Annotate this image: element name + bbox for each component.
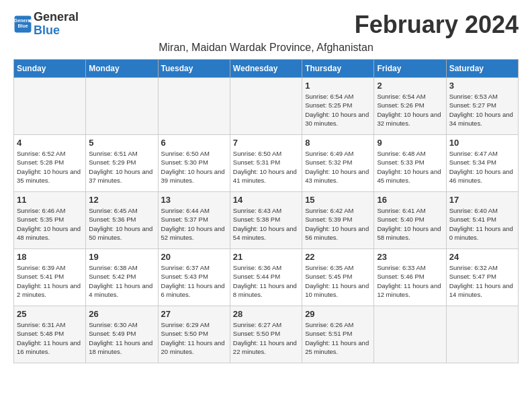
day-detail: Sunrise: 6:43 AMSunset: 5:38 PMDaylight:… bbox=[233, 206, 299, 242]
calendar-cell: 26Sunrise: 6:30 AMSunset: 5:49 PMDayligh… bbox=[86, 306, 158, 363]
calendar-cell: 22Sunrise: 6:35 AMSunset: 5:45 PMDayligh… bbox=[302, 249, 374, 306]
calendar-cell: 27Sunrise: 6:29 AMSunset: 5:50 PMDayligh… bbox=[158, 306, 230, 363]
calendar-cell: 24Sunrise: 6:32 AMSunset: 5:47 PMDayligh… bbox=[446, 249, 518, 306]
calendar-cell: 7Sunrise: 6:50 AMSunset: 5:31 PMDaylight… bbox=[230, 135, 302, 192]
day-detail: Sunrise: 6:41 AMSunset: 5:40 PMDaylight:… bbox=[377, 206, 443, 242]
weekday-header-sunday: Sunday bbox=[14, 60, 86, 78]
day-detail: Sunrise: 6:37 AMSunset: 5:43 PMDaylight:… bbox=[161, 263, 227, 299]
day-detail: Sunrise: 6:33 AMSunset: 5:46 PMDaylight:… bbox=[377, 263, 443, 299]
day-detail: Sunrise: 6:51 AMSunset: 5:29 PMDaylight:… bbox=[89, 149, 154, 185]
weekday-header-thursday: Thursday bbox=[302, 60, 374, 78]
day-detail: Sunrise: 6:46 AMSunset: 5:35 PMDaylight:… bbox=[17, 206, 83, 242]
day-detail: Sunrise: 6:39 AMSunset: 5:41 PMDaylight:… bbox=[17, 263, 83, 299]
day-number: 17 bbox=[449, 195, 515, 205]
calendar-cell: 9Sunrise: 6:48 AMSunset: 5:33 PMDaylight… bbox=[374, 135, 446, 192]
day-detail: Sunrise: 6:38 AMSunset: 5:42 PMDaylight:… bbox=[89, 263, 154, 299]
day-number: 15 bbox=[305, 195, 371, 205]
calendar-cell bbox=[230, 78, 302, 135]
day-number: 22 bbox=[305, 252, 371, 262]
day-number: 7 bbox=[233, 138, 299, 148]
day-number: 12 bbox=[89, 195, 154, 205]
calendar-cell: 2Sunrise: 6:54 AMSunset: 5:26 PMDaylight… bbox=[374, 78, 446, 135]
day-number: 6 bbox=[161, 138, 227, 148]
page-header: General Blue General Blue February 2024 bbox=[13, 11, 519, 39]
day-number: 11 bbox=[17, 195, 83, 205]
day-number: 21 bbox=[233, 252, 299, 262]
weekday-header-tuesday: Tuesday bbox=[158, 60, 230, 78]
day-detail: Sunrise: 6:50 AMSunset: 5:31 PMDaylight:… bbox=[233, 149, 299, 185]
day-detail: Sunrise: 6:27 AMSunset: 5:50 PMDaylight:… bbox=[233, 320, 299, 356]
subtitle: Miran, Maidan Wardak Province, Afghanist… bbox=[13, 42, 519, 54]
calendar-cell: 8Sunrise: 6:49 AMSunset: 5:32 PMDaylight… bbox=[302, 135, 374, 192]
day-number: 19 bbox=[89, 252, 154, 262]
day-number: 4 bbox=[17, 138, 83, 148]
day-number: 16 bbox=[377, 195, 443, 205]
calendar-cell bbox=[158, 78, 230, 135]
weekday-header-friday: Friday bbox=[374, 60, 446, 78]
day-detail: Sunrise: 6:50 AMSunset: 5:30 PMDaylight:… bbox=[161, 149, 227, 185]
calendar-cell bbox=[86, 78, 158, 135]
day-number: 26 bbox=[89, 309, 154, 319]
day-detail: Sunrise: 6:36 AMSunset: 5:44 PMDaylight:… bbox=[233, 263, 299, 299]
logo-text-general: General bbox=[34, 11, 79, 24]
day-number: 13 bbox=[161, 195, 227, 205]
calendar-cell: 1Sunrise: 6:54 AMSunset: 5:25 PMDaylight… bbox=[302, 78, 374, 135]
calendar-cell: 19Sunrise: 6:38 AMSunset: 5:42 PMDayligh… bbox=[86, 249, 158, 306]
calendar-cell: 14Sunrise: 6:43 AMSunset: 5:38 PMDayligh… bbox=[230, 192, 302, 249]
logo-icon: General Blue bbox=[13, 15, 32, 34]
calendar-cell: 21Sunrise: 6:36 AMSunset: 5:44 PMDayligh… bbox=[230, 249, 302, 306]
day-detail: Sunrise: 6:44 AMSunset: 5:37 PMDaylight:… bbox=[161, 206, 227, 242]
day-detail: Sunrise: 6:32 AMSunset: 5:47 PMDaylight:… bbox=[449, 263, 515, 299]
calendar-cell: 17Sunrise: 6:40 AMSunset: 5:41 PMDayligh… bbox=[446, 192, 518, 249]
day-number: 18 bbox=[17, 252, 83, 262]
day-number: 2 bbox=[377, 81, 443, 91]
calendar-cell: 6Sunrise: 6:50 AMSunset: 5:30 PMDaylight… bbox=[158, 135, 230, 192]
day-number: 1 bbox=[305, 81, 371, 91]
day-detail: Sunrise: 6:35 AMSunset: 5:45 PMDaylight:… bbox=[305, 263, 371, 299]
day-detail: Sunrise: 6:54 AMSunset: 5:25 PMDaylight:… bbox=[305, 92, 371, 128]
day-number: 25 bbox=[17, 309, 83, 319]
calendar-cell: 13Sunrise: 6:44 AMSunset: 5:37 PMDayligh… bbox=[158, 192, 230, 249]
calendar-cell: 3Sunrise: 6:53 AMSunset: 5:27 PMDaylight… bbox=[446, 78, 518, 135]
day-number: 20 bbox=[161, 252, 227, 262]
calendar-cell: 28Sunrise: 6:27 AMSunset: 5:50 PMDayligh… bbox=[230, 306, 302, 363]
calendar-cell: 11Sunrise: 6:46 AMSunset: 5:35 PMDayligh… bbox=[14, 192, 86, 249]
day-number: 9 bbox=[377, 138, 443, 148]
weekday-header-saturday: Saturday bbox=[446, 60, 518, 78]
calendar-cell: 18Sunrise: 6:39 AMSunset: 5:41 PMDayligh… bbox=[14, 249, 86, 306]
logo: General Blue General Blue bbox=[13, 11, 79, 38]
day-number: 29 bbox=[305, 309, 371, 319]
day-detail: Sunrise: 6:29 AMSunset: 5:50 PMDaylight:… bbox=[161, 320, 227, 356]
calendar-cell bbox=[14, 78, 86, 135]
day-number: 3 bbox=[449, 81, 515, 91]
day-number: 8 bbox=[305, 138, 371, 148]
calendar-cell: 20Sunrise: 6:37 AMSunset: 5:43 PMDayligh… bbox=[158, 249, 230, 306]
calendar-cell bbox=[374, 306, 446, 363]
calendar-cell: 15Sunrise: 6:42 AMSunset: 5:39 PMDayligh… bbox=[302, 192, 374, 249]
calendar-cell: 29Sunrise: 6:26 AMSunset: 5:51 PMDayligh… bbox=[302, 306, 374, 363]
day-detail: Sunrise: 6:49 AMSunset: 5:32 PMDaylight:… bbox=[305, 149, 371, 185]
day-detail: Sunrise: 6:52 AMSunset: 5:28 PMDaylight:… bbox=[17, 149, 83, 185]
day-detail: Sunrise: 6:48 AMSunset: 5:33 PMDaylight:… bbox=[377, 149, 443, 185]
calendar-cell: 16Sunrise: 6:41 AMSunset: 5:40 PMDayligh… bbox=[374, 192, 446, 249]
day-detail: Sunrise: 6:31 AMSunset: 5:48 PMDaylight:… bbox=[17, 320, 83, 356]
day-number: 24 bbox=[449, 252, 515, 262]
calendar-cell: 25Sunrise: 6:31 AMSunset: 5:48 PMDayligh… bbox=[14, 306, 86, 363]
svg-text:Blue: Blue bbox=[17, 24, 28, 28]
day-detail: Sunrise: 6:53 AMSunset: 5:27 PMDaylight:… bbox=[449, 92, 515, 128]
weekday-header-monday: Monday bbox=[86, 60, 158, 78]
day-detail: Sunrise: 6:30 AMSunset: 5:49 PMDaylight:… bbox=[89, 320, 154, 356]
calendar-cell: 5Sunrise: 6:51 AMSunset: 5:29 PMDaylight… bbox=[86, 135, 158, 192]
day-detail: Sunrise: 6:26 AMSunset: 5:51 PMDaylight:… bbox=[305, 320, 371, 356]
logo-text-blue: Blue bbox=[34, 24, 79, 38]
day-detail: Sunrise: 6:40 AMSunset: 5:41 PMDaylight:… bbox=[449, 206, 515, 242]
day-number: 23 bbox=[377, 252, 443, 262]
day-detail: Sunrise: 6:42 AMSunset: 5:39 PMDaylight:… bbox=[305, 206, 371, 242]
day-number: 28 bbox=[233, 309, 299, 319]
calendar-cell: 10Sunrise: 6:47 AMSunset: 5:34 PMDayligh… bbox=[446, 135, 518, 192]
day-number: 27 bbox=[161, 309, 227, 319]
day-number: 10 bbox=[449, 138, 515, 148]
day-detail: Sunrise: 6:47 AMSunset: 5:34 PMDaylight:… bbox=[449, 149, 515, 185]
calendar-cell bbox=[446, 306, 518, 363]
weekday-header-wednesday: Wednesday bbox=[230, 60, 302, 78]
